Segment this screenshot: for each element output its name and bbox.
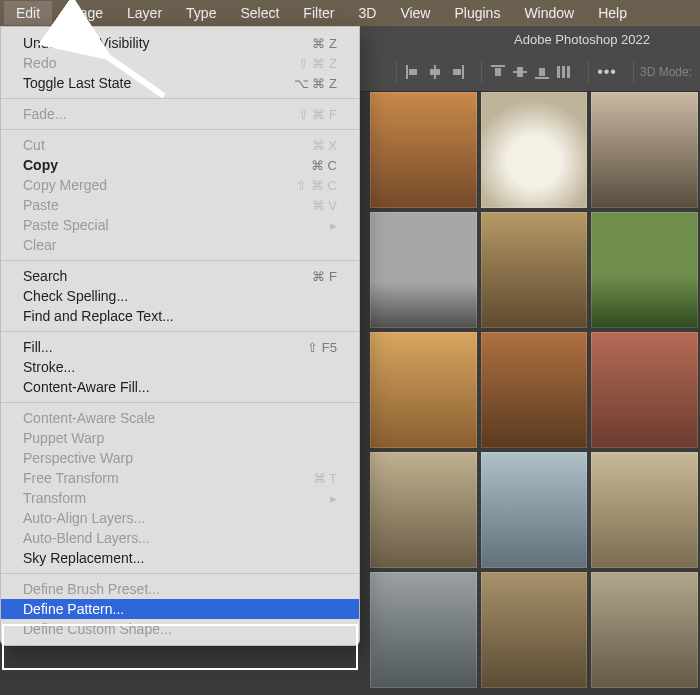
menu-item-transform: Transform▸ bbox=[1, 488, 359, 508]
menu-shortcut: ⌘ C bbox=[311, 158, 337, 173]
align-left-icon[interactable] bbox=[403, 62, 423, 82]
menu-item-label: Auto-Align Layers... bbox=[23, 510, 145, 526]
menu-shortcut: ⌘ T bbox=[313, 471, 337, 486]
menu-item-redo: Redo⇧ ⌘ Z bbox=[1, 53, 359, 73]
menubar-item-3d[interactable]: 3D bbox=[346, 1, 388, 25]
menu-item-free-transform: Free Transform⌘ T bbox=[1, 468, 359, 488]
image-thumbnail[interactable] bbox=[481, 332, 588, 448]
image-thumbnail[interactable] bbox=[481, 572, 588, 688]
menu-item-label: Find and Replace Text... bbox=[23, 308, 174, 324]
svg-rect-11 bbox=[539, 68, 545, 76]
align-top-icon[interactable] bbox=[488, 62, 508, 82]
edit-dropdown-menu: Undo Layer Visibility⌘ ZRedo⇧ ⌘ ZToggle … bbox=[0, 26, 360, 646]
menu-item-label: Clear bbox=[23, 237, 56, 253]
menu-item-find-and-replace-text[interactable]: Find and Replace Text... bbox=[1, 306, 359, 326]
menu-item-label: Fade... bbox=[23, 106, 67, 122]
svg-rect-1 bbox=[409, 69, 417, 75]
image-thumbnail[interactable] bbox=[370, 92, 477, 208]
menubar-item-plugins[interactable]: Plugins bbox=[442, 1, 512, 25]
menubar-item-help[interactable]: Help bbox=[586, 1, 639, 25]
image-thumbnail[interactable] bbox=[481, 452, 588, 568]
image-thumbnail[interactable] bbox=[591, 332, 698, 448]
menu-item-search[interactable]: Search⌘ F bbox=[1, 266, 359, 286]
image-thumbnail[interactable] bbox=[370, 212, 477, 328]
menu-item-fade: Fade...⇧ ⌘ F bbox=[1, 104, 359, 124]
align-group-1 bbox=[396, 60, 473, 84]
image-thumbnail[interactable] bbox=[370, 452, 477, 568]
align-group-2 bbox=[481, 60, 580, 84]
menu-item-label: Paste Special bbox=[23, 217, 109, 233]
image-thumbnail[interactable] bbox=[481, 92, 588, 208]
image-thumbnail[interactable] bbox=[481, 212, 588, 328]
more-options-icon[interactable]: ••• bbox=[588, 60, 625, 84]
menu-item-label: Sky Replacement... bbox=[23, 550, 144, 566]
menu-item-label: Fill... bbox=[23, 339, 53, 355]
menu-item-label: Copy bbox=[23, 157, 58, 173]
svg-rect-5 bbox=[453, 69, 461, 75]
menu-item-label: Check Spelling... bbox=[23, 288, 128, 304]
menubar-item-window[interactable]: Window bbox=[512, 1, 586, 25]
svg-rect-10 bbox=[535, 77, 549, 79]
menu-item-label: Free Transform bbox=[23, 470, 119, 486]
menu-separator bbox=[1, 260, 359, 261]
menu-item-label: Define Pattern... bbox=[23, 601, 124, 617]
menu-item-label: Perspective Warp bbox=[23, 450, 133, 466]
menu-item-copy-merged: Copy Merged⇧ ⌘ C bbox=[1, 175, 359, 195]
menu-item-paste-special: Paste Special▸ bbox=[1, 215, 359, 235]
menu-item-undo-layer-visibility[interactable]: Undo Layer Visibility⌘ Z bbox=[1, 33, 359, 53]
menubar-item-type[interactable]: Type bbox=[174, 1, 228, 25]
menu-separator bbox=[1, 573, 359, 574]
image-thumbnail[interactable] bbox=[370, 572, 477, 688]
svg-rect-14 bbox=[567, 66, 570, 78]
menubar-item-view[interactable]: View bbox=[388, 1, 442, 25]
menu-item-define-custom-shape: Define Custom Shape... bbox=[1, 619, 359, 639]
menubar-item-edit[interactable]: Edit bbox=[4, 1, 52, 25]
align-center-v-icon[interactable] bbox=[510, 62, 530, 82]
menu-separator bbox=[1, 331, 359, 332]
menu-shortcut: ⌥ ⌘ Z bbox=[294, 76, 337, 91]
menu-item-label: Cut bbox=[23, 137, 45, 153]
menu-item-label: Stroke... bbox=[23, 359, 75, 375]
menu-item-check-spelling[interactable]: Check Spelling... bbox=[1, 286, 359, 306]
menu-item-puppet-warp: Puppet Warp bbox=[1, 428, 359, 448]
align-center-h-icon[interactable] bbox=[425, 62, 445, 82]
menubar-item-image[interactable]: Image bbox=[52, 1, 115, 25]
menu-item-stroke[interactable]: Stroke... bbox=[1, 357, 359, 377]
align-bottom-icon[interactable] bbox=[532, 62, 552, 82]
image-thumbnail[interactable] bbox=[591, 92, 698, 208]
distribute-icon[interactable] bbox=[554, 62, 574, 82]
image-thumbnail[interactable] bbox=[370, 332, 477, 448]
menu-item-sky-replacement[interactable]: Sky Replacement... bbox=[1, 548, 359, 568]
menubar-item-layer[interactable]: Layer bbox=[115, 1, 174, 25]
menu-item-auto-align-layers: Auto-Align Layers... bbox=[1, 508, 359, 528]
menu-item-label: Content-Aware Fill... bbox=[23, 379, 150, 395]
menu-item-content-aware-fill[interactable]: Content-Aware Fill... bbox=[1, 377, 359, 397]
menu-item-define-pattern[interactable]: Define Pattern... bbox=[1, 599, 359, 619]
image-thumbnail[interactable] bbox=[591, 572, 698, 688]
menu-item-perspective-warp: Perspective Warp bbox=[1, 448, 359, 468]
menu-item-content-aware-scale: Content-Aware Scale bbox=[1, 408, 359, 428]
menu-shortcut: ⇧ ⌘ Z bbox=[298, 56, 337, 71]
image-thumbnail[interactable] bbox=[591, 212, 698, 328]
image-thumbnail[interactable] bbox=[591, 452, 698, 568]
menu-item-cut: Cut⌘ X bbox=[1, 135, 359, 155]
svg-rect-9 bbox=[517, 67, 523, 77]
menu-shortcut: ⌘ X bbox=[312, 138, 337, 153]
menu-separator bbox=[1, 402, 359, 403]
svg-rect-0 bbox=[406, 65, 408, 79]
menu-separator bbox=[1, 129, 359, 130]
menu-item-auto-blend-layers: Auto-Blend Layers... bbox=[1, 528, 359, 548]
menu-item-clear: Clear bbox=[1, 235, 359, 255]
menu-item-define-brush-preset: Define Brush Preset... bbox=[1, 579, 359, 599]
svg-rect-3 bbox=[430, 69, 440, 75]
submenu-arrow-icon: ▸ bbox=[330, 491, 337, 506]
menu-item-fill[interactable]: Fill...⇧ F5 bbox=[1, 337, 359, 357]
menu-item-label: Define Brush Preset... bbox=[23, 581, 160, 597]
menubar-item-filter[interactable]: Filter bbox=[291, 1, 346, 25]
align-right-icon[interactable] bbox=[447, 62, 467, 82]
menu-item-label: Redo bbox=[23, 55, 56, 71]
menubar-item-select[interactable]: Select bbox=[228, 1, 291, 25]
menu-shortcut: ⇧ ⌘ F bbox=[298, 107, 337, 122]
menu-item-toggle-last-state[interactable]: Toggle Last State⌥ ⌘ Z bbox=[1, 73, 359, 93]
menu-item-copy[interactable]: Copy⌘ C bbox=[1, 155, 359, 175]
